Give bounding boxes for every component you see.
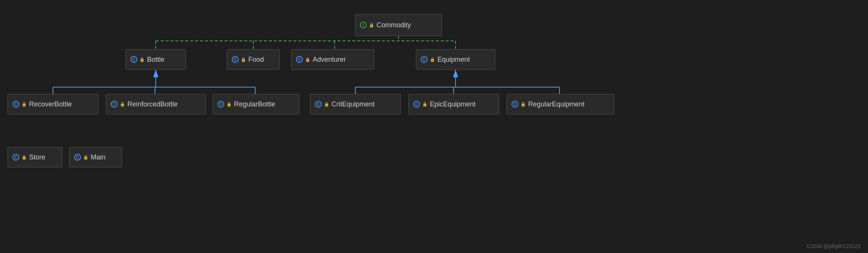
- reinforced-bottle-lock-icon: 🔒: [120, 102, 125, 107]
- recover-bottle-label: RecoverBottle: [29, 100, 72, 108]
- node-equipment[interactable]: C 🔒 Equipment: [416, 49, 495, 70]
- epic-equipment-icon: C: [413, 101, 420, 108]
- regular-bottle-lock-icon: 🔒: [226, 102, 232, 107]
- regular-bottle-label: RegularBottle: [234, 100, 275, 108]
- main-label: Main: [91, 153, 105, 161]
- bottle-icon: C: [130, 56, 137, 63]
- regular-equipment-label: RegularEquipment: [528, 100, 584, 108]
- svg-marker-19: [453, 70, 458, 77]
- connections-svg: [0, 0, 868, 253]
- node-crit-equipment[interactable]: C 🔒 CritEquipment: [310, 94, 401, 114]
- crit-equipment-icon: C: [315, 101, 322, 108]
- adventurer-label: Adventurer: [313, 56, 346, 64]
- node-regular-equipment[interactable]: C 🔒 RegularEquipment: [507, 94, 614, 114]
- node-main[interactable]: C 🔒 Main: [69, 147, 122, 167]
- equipment-lock-icon: 🔒: [430, 57, 435, 62]
- food-lock-icon: 🔒: [241, 57, 246, 62]
- equipment-icon: C: [421, 56, 428, 63]
- food-label: Food: [248, 56, 264, 64]
- node-adventurer[interactable]: C 🔒 Adventurer: [291, 49, 374, 70]
- node-epic-equipment[interactable]: C 🔒 EpicEquipment: [408, 94, 499, 114]
- node-recover-bottle[interactable]: C 🔒 RecoverBottle: [8, 94, 98, 114]
- node-bottle[interactable]: C 🔒 Bottle: [126, 49, 186, 70]
- node-regular-bottle[interactable]: C 🔒 RegularBottle: [212, 94, 299, 114]
- reinforced-bottle-label: ReinforcedBottle: [127, 100, 178, 108]
- main-icon: C: [74, 154, 81, 161]
- watermark: CSDN @plhplh123123: [807, 243, 860, 249]
- crit-equipment-label: CritEquipment: [332, 100, 375, 108]
- commodity-lock-icon: 🔒: [369, 23, 374, 28]
- main-lock-icon: 🔒: [83, 155, 88, 160]
- epic-equipment-lock-icon: 🔒: [422, 102, 428, 107]
- commodity-label: Commodity: [377, 21, 411, 29]
- bottle-label: Bottle: [147, 56, 164, 64]
- food-icon: C: [232, 56, 239, 63]
- diagram-container: I 🔒 Commodity C 🔒 Bottle C 🔒 Food C 🔒 Ad…: [0, 0, 868, 253]
- node-reinforced-bottle[interactable]: C 🔒 ReinforcedBottle: [106, 94, 206, 114]
- equipment-label: Equipment: [437, 56, 470, 64]
- node-food[interactable]: C 🔒 Food: [227, 49, 280, 70]
- store-label: Store: [29, 153, 45, 161]
- recover-bottle-icon: C: [12, 101, 19, 108]
- regular-bottle-icon: C: [217, 101, 224, 108]
- node-store[interactable]: C 🔒 Store: [8, 147, 62, 167]
- node-commodity[interactable]: I 🔒 Commodity: [355, 14, 442, 36]
- reinforced-bottle-icon: C: [111, 101, 118, 108]
- adventurer-lock-icon: 🔒: [305, 57, 310, 62]
- recover-bottle-lock-icon: 🔒: [22, 102, 27, 107]
- store-icon: C: [12, 154, 19, 161]
- crit-equipment-lock-icon: 🔒: [324, 102, 329, 107]
- adventurer-icon: C: [296, 56, 303, 63]
- regular-equipment-icon: C: [512, 101, 518, 108]
- commodity-icon: I: [360, 22, 367, 28]
- epic-equipment-label: EpicEquipment: [430, 100, 476, 108]
- regular-equipment-lock-icon: 🔒: [521, 102, 526, 107]
- bottle-lock-icon: 🔒: [140, 57, 145, 62]
- svg-marker-13: [153, 70, 158, 77]
- store-lock-icon: 🔒: [22, 155, 27, 160]
